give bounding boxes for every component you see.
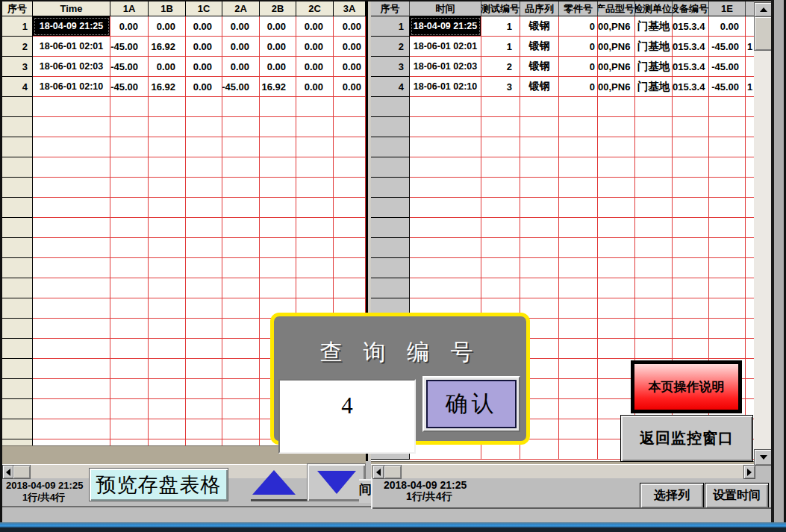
- value-cell[interactable]: 门基地: [635, 37, 673, 57]
- value-cell[interactable]: [709, 319, 746, 339]
- value-cell[interactable]: [149, 198, 186, 218]
- time-cell[interactable]: [33, 157, 110, 178]
- row-header-cell[interactable]: [2, 298, 33, 319]
- row-header-cell[interactable]: [2, 117, 33, 137]
- value-cell[interactable]: [222, 258, 260, 278]
- value-cell[interactable]: 0: [559, 77, 598, 97]
- query-number-input[interactable]: [278, 379, 416, 454]
- value-cell[interactable]: [709, 117, 746, 137]
- value-cell[interactable]: [110, 298, 149, 319]
- value-cell[interactable]: 0.00: [334, 77, 366, 97]
- value-cell[interactable]: [222, 399, 260, 419]
- time-cell[interactable]: [33, 117, 110, 137]
- value-cell[interactable]: [149, 97, 186, 117]
- value-cell[interactable]: [222, 137, 260, 157]
- value-cell[interactable]: 0.00: [260, 16, 296, 37]
- value-cell[interactable]: [635, 298, 673, 319]
- row-header-cell[interactable]: 3: [371, 57, 410, 77]
- value-cell[interactable]: [110, 157, 149, 178]
- value-cell[interactable]: 015.3.4: [673, 57, 709, 77]
- value-cell[interactable]: [520, 137, 559, 157]
- vertical-scroll-thumb[interactable]: [754, 16, 773, 51]
- value-cell[interactable]: [746, 137, 754, 157]
- value-cell[interactable]: [186, 439, 222, 445]
- value-cell[interactable]: [598, 339, 635, 359]
- value-cell[interactable]: [559, 218, 598, 238]
- value-cell[interactable]: [481, 157, 520, 178]
- value-cell[interactable]: [110, 399, 149, 419]
- value-cell[interactable]: 0.00: [296, 16, 334, 37]
- value-cell[interactable]: [481, 178, 520, 198]
- value-cell[interactable]: [334, 238, 366, 258]
- value-cell[interactable]: [635, 258, 673, 278]
- value-cell[interactable]: [635, 137, 673, 157]
- time-cell[interactable]: [410, 198, 481, 218]
- value-cell[interactable]: [296, 137, 334, 157]
- value-cell[interactable]: 0.00: [149, 16, 186, 37]
- time-cell[interactable]: [33, 137, 110, 157]
- time-cell[interactable]: 18-06-01 02:01: [410, 37, 481, 57]
- value-cell[interactable]: [709, 258, 746, 278]
- value-cell[interactable]: [186, 339, 222, 359]
- value-cell[interactable]: [296, 278, 334, 298]
- value-cell[interactable]: [222, 278, 260, 298]
- value-cell[interactable]: [222, 198, 260, 218]
- value-cell[interactable]: [222, 178, 260, 198]
- value-cell[interactable]: [709, 137, 746, 157]
- value-cell[interactable]: [296, 157, 334, 178]
- row-header-cell[interactable]: [371, 238, 410, 258]
- time-cell[interactable]: [33, 97, 110, 117]
- value-cell[interactable]: [598, 97, 635, 117]
- value-cell[interactable]: 0.00: [260, 57, 296, 77]
- row-header-cell[interactable]: [2, 157, 33, 178]
- row-header-cell[interactable]: [2, 278, 33, 298]
- value-cell[interactable]: [260, 117, 296, 137]
- value-cell[interactable]: [559, 339, 598, 359]
- time-cell[interactable]: [33, 399, 110, 419]
- value-cell[interactable]: 16.92: [149, 77, 186, 97]
- value-cell[interactable]: [635, 319, 673, 339]
- value-cell[interactable]: [673, 238, 709, 258]
- value-cell[interactable]: [110, 319, 149, 339]
- row-header-cell[interactable]: [2, 178, 33, 198]
- value-cell[interactable]: 015.3.4: [673, 16, 709, 37]
- value-cell[interactable]: [746, 198, 754, 218]
- value-cell[interactable]: [746, 117, 754, 137]
- value-cell[interactable]: [334, 178, 366, 198]
- value-cell[interactable]: [559, 178, 598, 198]
- scroll-left-button[interactable]: [372, 465, 384, 479]
- value-cell[interactable]: 0.00: [110, 16, 149, 37]
- value-cell[interactable]: 0: [559, 16, 598, 37]
- value-cell[interactable]: [186, 178, 222, 198]
- value-cell[interactable]: [673, 278, 709, 298]
- value-cell[interactable]: [186, 399, 222, 419]
- value-cell[interactable]: [520, 198, 559, 218]
- value-cell[interactable]: 0.00: [296, 77, 334, 97]
- value-cell[interactable]: [186, 278, 222, 298]
- value-cell[interactable]: [334, 278, 366, 298]
- value-cell[interactable]: [186, 319, 222, 339]
- value-cell[interactable]: [520, 258, 559, 278]
- row-header-cell[interactable]: [371, 157, 410, 178]
- value-cell[interactable]: [598, 178, 635, 198]
- value-cell[interactable]: [149, 339, 186, 359]
- value-cell[interactable]: [334, 258, 366, 278]
- row-header-cell[interactable]: 3: [2, 57, 33, 77]
- value-cell[interactable]: [149, 439, 186, 445]
- value-cell[interactable]: [149, 157, 186, 178]
- time-cell[interactable]: [410, 137, 481, 157]
- value-cell[interactable]: 0.00: [334, 16, 366, 37]
- row-header-cell[interactable]: [371, 117, 410, 137]
- value-cell[interactable]: [222, 117, 260, 137]
- value-cell[interactable]: [110, 419, 149, 439]
- scroll-up-button[interactable]: [754, 2, 773, 17]
- value-cell[interactable]: [673, 198, 709, 218]
- value-cell[interactable]: [186, 298, 222, 319]
- time-cell[interactable]: 18-06-01 02:01: [33, 37, 110, 57]
- horizontal-scroll-thumb[interactable]: [384, 465, 402, 479]
- time-cell[interactable]: [33, 379, 110, 399]
- value-cell[interactable]: [559, 319, 598, 339]
- value-cell[interactable]: [709, 218, 746, 238]
- value-cell[interactable]: [334, 198, 366, 218]
- value-cell[interactable]: [673, 117, 709, 137]
